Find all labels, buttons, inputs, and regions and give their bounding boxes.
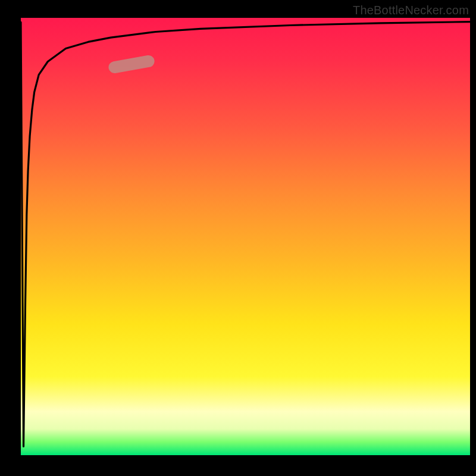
curve-layer bbox=[21, 18, 470, 455]
highlight-segment bbox=[108, 54, 155, 74]
attribution-label: TheBottleNecker.com bbox=[353, 4, 469, 17]
svg-rect-0 bbox=[108, 54, 155, 74]
plot-area bbox=[21, 18, 470, 455]
bottleneck-curve-path bbox=[21, 22, 470, 447]
chart-canvas: TheBottleNecker.com bbox=[0, 0, 476, 476]
